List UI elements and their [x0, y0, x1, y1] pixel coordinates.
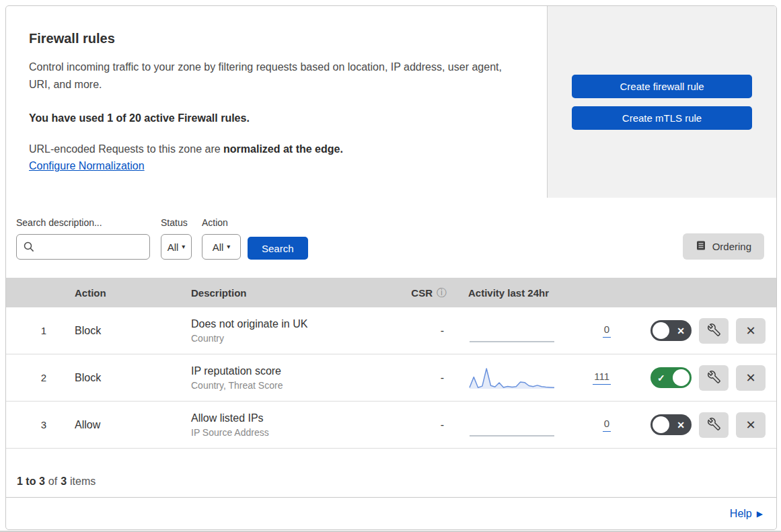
normalization-bold-text: normalized at the edge.: [223, 143, 343, 155]
description-column-header: Description: [184, 287, 406, 299]
search-group: Search description...: [16, 217, 150, 260]
rule-criteria: Country: [191, 333, 406, 344]
ordering-button[interactable]: Ordering: [683, 233, 764, 260]
activity-count-link[interactable]: 111: [593, 371, 611, 385]
chevron-down-icon: ▾: [182, 243, 185, 250]
rule-description[interactable]: Allow listed IPs: [191, 412, 406, 424]
rule-activity-cell: 111: [460, 354, 622, 401]
enable-toggle[interactable]: ✓ ✕: [650, 320, 692, 341]
check-icon: ✓: [657, 373, 665, 383]
enable-toggle[interactable]: ✓ ✕: [650, 414, 692, 435]
search-field-wrap: [16, 234, 150, 260]
rule-controls: ✓ ✕ ✕: [622, 412, 776, 438]
wrench-icon: [708, 324, 720, 338]
activity-column-header: Activity last 24hr: [460, 287, 622, 299]
csr-header-label: CSR: [411, 287, 433, 299]
activity-count-link[interactable]: 0: [603, 418, 611, 432]
rule-csr-value: -: [441, 419, 460, 431]
action-column-header: Action: [67, 287, 184, 299]
status-filter-group: Status All ▾: [150, 217, 192, 260]
usage-summary: You have used 1 of 20 active Firewall ru…: [29, 112, 520, 124]
csr-column-header: CSR ⓘ: [411, 287, 460, 299]
rule-controls: ✓ ✕ ✕: [622, 365, 776, 391]
normalization-note: URL-encoded Requests to this zone are no…: [29, 143, 520, 155]
rule-priority: 1: [26, 325, 46, 336]
actions-panel: Create firewall rule Create mTLS rule: [547, 6, 776, 198]
table-row: 2 Block IP reputation score Country, Thr…: [6, 354, 776, 402]
info-icon[interactable]: ⓘ: [437, 287, 447, 299]
filter-bar: Search description... Status All ▾ Actio…: [6, 198, 776, 278]
edit-rule-button[interactable]: [699, 318, 729, 344]
table-row: 3 Allow Allow listed IPs IP Source Addre…: [6, 402, 776, 449]
toggle-knob: [653, 322, 669, 339]
rule-description[interactable]: Does not originate in UK: [191, 318, 406, 330]
page-title: Firewall rules: [29, 31, 520, 46]
rule-controls: ✓ ✕ ✕: [622, 318, 776, 344]
enable-toggle[interactable]: ✓ ✕: [650, 367, 692, 388]
wrench-icon: [708, 371, 720, 385]
action-value: All: [213, 241, 224, 253]
configure-normalization-link[interactable]: Configure Normalization: [29, 160, 145, 172]
edit-rule-button[interactable]: [699, 412, 729, 438]
rule-description[interactable]: IP reputation score: [191, 365, 406, 377]
rule-description-cell: Does not originate in UK Country: [184, 318, 406, 344]
arrow-right-icon: ▶: [757, 510, 763, 518]
rule-csr-value: -: [441, 372, 460, 384]
activity-sparkline: [468, 411, 556, 439]
activity-sparkline: [468, 364, 556, 392]
items-of: of: [48, 476, 57, 488]
rule-activity-cell: 0: [460, 307, 622, 354]
chevron-down-icon: ▾: [227, 243, 230, 250]
search-icon: [23, 241, 35, 256]
ordering-icon: [696, 240, 706, 253]
rule-description-cell: IP reputation score Country, Threat Scor…: [184, 365, 406, 391]
table-row: 1 Block Does not originate in UK Country…: [6, 307, 776, 354]
toggle-knob: [653, 416, 669, 433]
search-input[interactable]: [16, 234, 150, 260]
rule-activity-cell: 0: [460, 402, 622, 448]
firewall-rules-card: Firewall rules Control incoming traffic …: [5, 5, 777, 530]
action-filter-group: Action All ▾: [192, 217, 241, 260]
delete-rule-button[interactable]: ✕: [736, 318, 766, 344]
rule-description-cell: Allow listed IPs IP Source Address: [184, 412, 406, 438]
action-label: Action: [202, 217, 241, 228]
items-range: 1 to 3: [17, 476, 45, 488]
normalization-text: URL-encoded Requests to this zone are: [29, 143, 223, 155]
rule-criteria: IP Source Address: [191, 427, 406, 438]
table-header: Action Description CSR ⓘ Activity last 2…: [6, 278, 776, 307]
delete-rule-button[interactable]: ✕: [736, 365, 766, 391]
activity-sparkline: [468, 317, 556, 345]
rule-priority: 2: [26, 372, 46, 383]
items-total: 3: [61, 476, 67, 488]
toggle-knob: [673, 369, 690, 386]
header-text-area: Firewall rules Control incoming traffic …: [6, 6, 547, 198]
ordering-label: Ordering: [712, 241, 751, 252]
wrench-icon: [708, 418, 720, 432]
create-mtls-rule-button[interactable]: Create mTLS rule: [572, 106, 752, 130]
header-section: Firewall rules Control incoming traffic …: [6, 6, 776, 198]
help-label: Help: [730, 508, 752, 520]
action-dropdown[interactable]: All ▾: [202, 234, 241, 260]
rule-action: Block: [67, 372, 184, 384]
rule-action: Block: [67, 325, 184, 337]
edit-rule-button[interactable]: [699, 365, 729, 391]
status-dropdown[interactable]: All ▾: [161, 234, 192, 260]
items-word: items: [70, 476, 96, 488]
create-firewall-rule-button[interactable]: Create firewall rule: [572, 75, 752, 98]
activity-count-link[interactable]: 0: [603, 324, 611, 338]
search-button[interactable]: Search: [248, 237, 308, 260]
x-icon: ✕: [677, 326, 685, 336]
page-description: Control incoming traffic to your zone by…: [29, 59, 507, 93]
x-icon: ✕: [677, 420, 685, 430]
search-label: Search description...: [16, 217, 150, 228]
pagination-summary: 1 to 3 of 3 items: [6, 449, 776, 497]
rule-csr-value: -: [441, 325, 460, 337]
help-link[interactable]: Help ▶: [730, 508, 763, 520]
rule-action: Allow: [67, 419, 184, 431]
delete-rule-button[interactable]: ✕: [736, 412, 766, 438]
help-bar: Help ▶: [6, 497, 776, 529]
status-label: Status: [161, 217, 192, 228]
rule-priority: 3: [26, 419, 46, 430]
rule-criteria: Country, Threat Score: [191, 380, 406, 391]
status-value: All: [168, 241, 179, 253]
